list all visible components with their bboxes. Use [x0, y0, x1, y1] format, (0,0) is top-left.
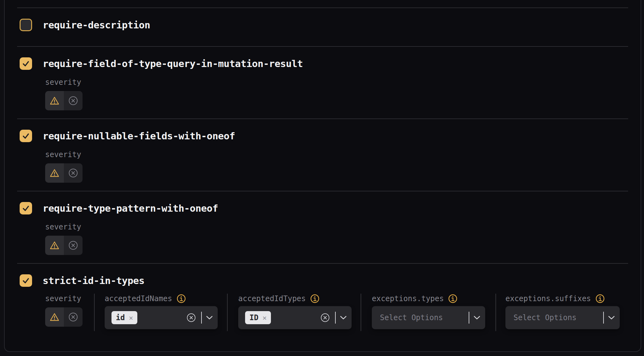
option-label: acceptedIdTypes	[238, 294, 306, 304]
warning-icon	[50, 96, 59, 105]
circle-x-icon	[68, 95, 78, 106]
option-column-acceptedIdTypes: acceptedIdTypes ID ✕	[227, 294, 361, 331]
check-icon	[22, 204, 30, 212]
info-icon[interactable]	[448, 294, 457, 303]
field-separator	[603, 312, 604, 324]
severity-warn-button[interactable]	[45, 91, 64, 110]
chevron-down-icon[interactable]	[340, 316, 347, 320]
option-label: exceptions.suffixes	[505, 294, 591, 304]
info-icon[interactable]	[177, 294, 186, 303]
tag-chip[interactable]: id ✕	[111, 311, 137, 324]
option-column-severity: severity	[45, 294, 94, 331]
option-column-acceptedIdNames: acceptedIdNames id ✕	[94, 294, 227, 331]
rule-label: require-type-pattern-with-oneof	[43, 203, 218, 214]
tag-chip[interactable]: ID ✕	[245, 311, 271, 324]
tag-chip-label: id	[116, 313, 125, 322]
severity-warn-button[interactable]	[45, 307, 64, 327]
remove-tag-icon[interactable]: ✕	[129, 314, 133, 322]
warning-icon	[50, 313, 59, 322]
rule-checkbox-require-field-of-type-query-in-mutation-result[interactable]	[20, 57, 32, 70]
exceptions-suffixes-select[interactable]: Select Options	[505, 306, 620, 329]
rule-row-strict-id-in-types: strict-id-in-types severity	[17, 263, 628, 351]
severity-label: severity	[45, 222, 628, 232]
severity-label: severity	[45, 77, 628, 87]
rule-row-require-nullable-fields-with-oneof: require-nullable-fields-with-oneof sever…	[17, 118, 628, 191]
rules-panel: require-description require-field-of-typ…	[4, 0, 641, 352]
remove-tag-icon[interactable]: ✕	[263, 314, 267, 322]
info-icon[interactable]	[310, 294, 320, 303]
rule-label: require-nullable-fields-with-oneof	[43, 130, 235, 142]
severity-off-button[interactable]	[64, 163, 83, 183]
severity-toggle-group	[45, 236, 83, 255]
severity-toggle-group	[45, 91, 83, 110]
exceptions-types-select[interactable]: Select Options	[372, 306, 485, 329]
rules-list: require-description require-field-of-typ…	[17, 0, 628, 351]
circle-x-icon	[68, 168, 78, 178]
severity-off-button[interactable]	[64, 307, 83, 327]
rule-row-require-type-pattern-with-oneof: require-type-pattern-with-oneof severity	[17, 191, 628, 263]
select-placeholder: Select Options	[512, 313, 576, 322]
severity-off-button[interactable]	[64, 91, 83, 110]
chevron-down-icon[interactable]	[608, 316, 615, 320]
severity-warn-button[interactable]	[45, 236, 64, 255]
severity-warn-button[interactable]	[45, 163, 64, 183]
rule-checkbox-require-nullable-fields-with-oneof[interactable]	[20, 130, 32, 142]
field-separator	[201, 312, 202, 324]
severity-label: severity	[45, 294, 81, 304]
clear-all-icon[interactable]	[186, 313, 196, 323]
field-separator	[469, 312, 469, 324]
check-icon	[22, 277, 30, 284]
warning-icon	[50, 169, 59, 178]
option-label: acceptedIdNames	[105, 294, 172, 304]
rule-label: require-description	[43, 19, 150, 31]
info-icon[interactable]	[595, 294, 605, 303]
rule-row-require-description: require-description	[17, 7, 628, 46]
check-icon	[22, 132, 30, 140]
acceptedIdNames-multiselect[interactable]: id ✕	[105, 306, 218, 329]
rule-label: strict-id-in-types	[43, 275, 144, 286]
rule-checkbox-require-description[interactable]	[20, 19, 32, 31]
strict-id-options-row: severity	[45, 294, 628, 331]
tag-chip-label: ID	[249, 313, 258, 322]
select-placeholder: Select Options	[379, 313, 443, 322]
acceptedIdTypes-multiselect[interactable]: ID ✕	[238, 306, 352, 329]
option-label: exceptions.types	[372, 294, 444, 304]
severity-label: severity	[45, 150, 628, 160]
field-separator	[335, 312, 336, 324]
chevron-down-icon[interactable]	[474, 316, 480, 320]
circle-x-icon	[68, 240, 78, 251]
check-icon	[22, 60, 30, 67]
rule-checkbox-require-type-pattern-with-oneof[interactable]	[20, 202, 32, 214]
rule-label: require-field-of-type-query-in-mutation-…	[43, 58, 303, 69]
rule-row-require-field-of-type-query-in-mutation-result: require-field-of-type-query-in-mutation-…	[17, 46, 628, 118]
clear-all-icon[interactable]	[320, 313, 330, 323]
option-column-exceptions-suffixes: exceptions.suffixes Select Options	[495, 294, 620, 331]
severity-toggle-group	[45, 163, 83, 183]
rule-checkbox-strict-id-in-types[interactable]	[20, 274, 32, 287]
circle-x-icon	[68, 312, 78, 322]
severity-off-button[interactable]	[64, 236, 83, 255]
chevron-down-icon[interactable]	[206, 316, 213, 320]
screen: require-description require-field-of-typ…	[0, 0, 644, 356]
severity-toggle-group	[45, 307, 83, 327]
warning-icon	[50, 241, 59, 250]
option-column-exceptions-types: exceptions.types Select Options	[361, 294, 495, 331]
